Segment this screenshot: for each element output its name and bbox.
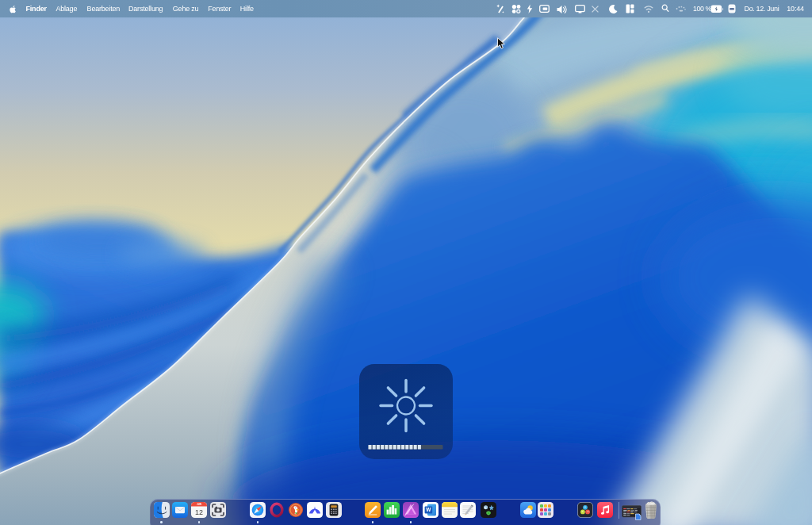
svg-text:JUN: JUN bbox=[197, 503, 201, 506]
svg-text:12: 12 bbox=[195, 508, 203, 516]
svg-text:W: W bbox=[426, 507, 431, 512]
